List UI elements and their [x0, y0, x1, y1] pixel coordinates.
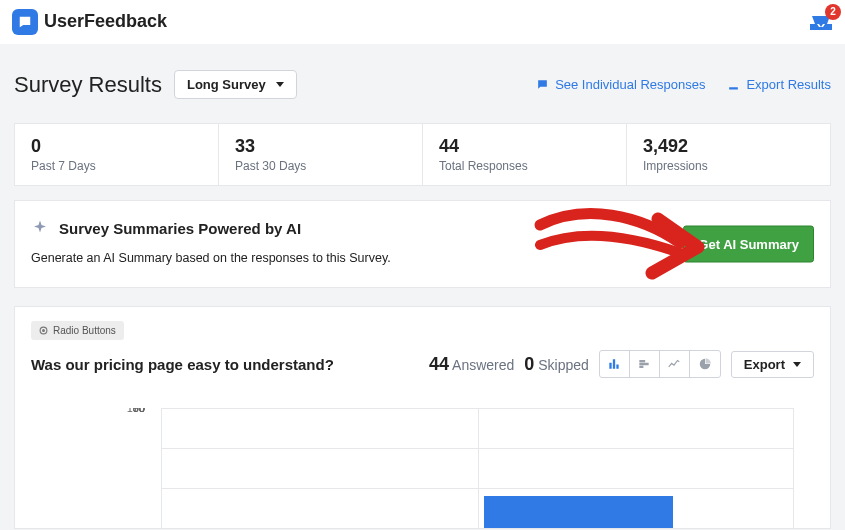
stat-value: 3,492	[643, 136, 814, 157]
bar	[484, 496, 673, 528]
sparkle-icon	[31, 219, 49, 237]
pie-chart-icon[interactable]	[690, 351, 720, 377]
chart-type-toggle	[599, 350, 721, 378]
stat-card: 33 Past 30 Days	[219, 124, 423, 185]
stat-card: 44 Total Responses	[423, 124, 627, 185]
export-results-link[interactable]: Export Results	[727, 77, 831, 92]
stat-label: Past 30 Days	[235, 159, 406, 173]
stat-value: 33	[235, 136, 406, 157]
chevron-down-icon	[276, 82, 284, 87]
stat-label: Past 7 Days	[31, 159, 202, 173]
question-export-label: Export	[744, 357, 785, 372]
brand-name: UserFeedback	[44, 11, 167, 32]
ai-summary-card: Survey Summaries Powered by AI Generate …	[14, 200, 831, 288]
line-chart-icon[interactable]	[660, 351, 690, 377]
page-header: Survey Results Long Survey See Individua…	[0, 44, 845, 109]
question-export-button[interactable]: Export	[731, 351, 814, 378]
export-results-label: Export Results	[746, 77, 831, 92]
question-type-tag: Radio Buttons	[31, 321, 124, 340]
see-individual-label: See Individual Responses	[555, 77, 705, 92]
stat-card: 3,492 Impressions	[627, 124, 830, 185]
notifications-button[interactable]: 2	[809, 12, 833, 32]
notification-badge: 2	[825, 4, 841, 20]
get-ai-summary-button[interactable]: Get AI Summary	[683, 226, 814, 263]
question-type-label: Radio Buttons	[53, 325, 116, 336]
bar-chart: 100 90 80 70	[41, 408, 804, 528]
stat-label: Impressions	[643, 159, 814, 173]
plot-area	[161, 408, 794, 528]
page-title: Survey Results	[14, 72, 162, 98]
skipped-count: 0 Skipped	[524, 354, 589, 375]
stat-value: 44	[439, 136, 610, 157]
stat-label: Total Responses	[439, 159, 610, 173]
y-tick: 70	[133, 408, 151, 414]
question-text: Was our pricing page easy to understand?	[31, 356, 334, 373]
see-individual-link[interactable]: See Individual Responses	[536, 77, 705, 92]
bar-chart-icon[interactable]	[600, 351, 630, 377]
answered-count: 44 Answered	[429, 354, 514, 375]
stat-value: 0	[31, 136, 202, 157]
brand: UserFeedback	[12, 9, 167, 35]
survey-selector[interactable]: Long Survey	[174, 70, 297, 99]
svg-point-1	[42, 329, 45, 332]
chevron-down-icon	[793, 362, 801, 367]
header-actions: See Individual Responses Export Results	[536, 77, 831, 92]
brand-icon	[12, 9, 38, 35]
topbar: UserFeedback 2	[0, 0, 845, 44]
survey-selector-label: Long Survey	[187, 77, 266, 92]
hbar-chart-icon[interactable]	[630, 351, 660, 377]
question-card: Radio Buttons Was our pricing page easy …	[14, 306, 831, 529]
stats-row: 0 Past 7 Days 33 Past 30 Days 44 Total R…	[14, 123, 831, 186]
stat-card: 0 Past 7 Days	[15, 124, 219, 185]
